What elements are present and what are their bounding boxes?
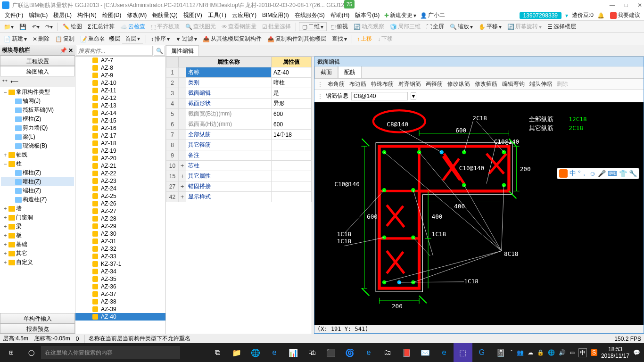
align-bar-button[interactable]: 对齐钢筋	[398, 80, 421, 88]
tree-node[interactable]: 现浇板(B)	[1, 141, 74, 150]
tree-node[interactable]: −柱	[1, 159, 74, 168]
user-button[interactable]: 👤广小二	[418, 11, 447, 19]
copy-to-button[interactable]: 📤复制构件到其他楼层	[265, 35, 328, 43]
property-row[interactable]: 42+显示样式	[166, 192, 312, 202]
taskview-icon[interactable]: ⧉	[208, 343, 227, 362]
property-row[interactable]: 8其它箍筋	[166, 140, 312, 150]
component-item[interactable]: AZ-25	[75, 192, 165, 200]
local-3d-button[interactable]: 🧊局部三维	[388, 23, 422, 31]
property-row[interactable]: 7全部纵筋14⏀18	[166, 130, 312, 140]
component-item[interactable]: AZ-22	[75, 170, 165, 177]
report-preview-button[interactable]: 报表预览	[0, 323, 75, 334]
tool-icon-2[interactable]: ⟵	[10, 78, 18, 85]
property-row[interactable]: 9备注	[166, 150, 312, 161]
app-icon-4[interactable]: 📊	[284, 343, 303, 362]
app-icon-13[interactable]: ⬚	[454, 343, 472, 362]
copy-button[interactable]: 📋复制	[53, 35, 76, 43]
floor-dropdown[interactable]: 首层 ▾	[122, 35, 143, 43]
ime-face-icon[interactable]: ☺	[589, 170, 596, 177]
minimize-button[interactable]: —	[610, 2, 615, 8]
property-row[interactable]: 10+芯柱	[166, 161, 312, 171]
tree-node[interactable]: 框柱(Z)	[1, 168, 74, 177]
app-icon-10[interactable]: 📕	[397, 343, 416, 362]
sort-button[interactable]: ↕排序 ▾	[149, 35, 172, 43]
app-icon-9[interactable]: 🗂	[378, 343, 397, 362]
phone-badge[interactable]: 13907298339	[520, 12, 561, 19]
ime-tool-icon[interactable]: 🔧	[629, 170, 637, 177]
move-up-button[interactable]: ↑上移	[355, 35, 374, 43]
component-item[interactable]: AZ-37	[75, 290, 165, 298]
tray-people-icon[interactable]: 👥	[517, 349, 524, 356]
single-input-button[interactable]: 单构件输入	[0, 313, 75, 323]
ime-skin-icon[interactable]: 👕	[619, 170, 627, 177]
tree-node[interactable]: 梁(L)	[1, 132, 74, 141]
section-tab-rebar[interactable]: 配筋	[338, 66, 362, 78]
component-item[interactable]: AZ-30	[75, 230, 165, 238]
new-change-button[interactable]: ✚新建变更 ▾	[382, 11, 418, 19]
ime-float-bar[interactable]: 中 °， ☺ 🎤 ⌨ 👕 🔧	[557, 168, 639, 179]
close-button[interactable]: ✕	[637, 2, 642, 8]
component-item[interactable]: AZ-23	[75, 177, 165, 185]
tree-node[interactable]: +门窗洞	[1, 213, 74, 222]
project-settings-button[interactable]: 工程设置	[0, 56, 75, 66]
find-button[interactable]: 查找 ▾	[330, 35, 349, 43]
draw-button[interactable]: ✏️绘图	[61, 23, 84, 31]
suggest-button[interactable]: 我要建议	[608, 11, 642, 19]
component-item[interactable]: AZ-12	[75, 94, 165, 102]
maximize-button[interactable]: □	[625, 2, 628, 8]
tree-node[interactable]: 端柱(Z)	[1, 186, 74, 195]
property-row[interactable]: 1名称AZ-40	[166, 67, 312, 78]
modify-long-button[interactable]: 修改纵筋	[447, 80, 470, 88]
app-icon-5[interactable]: 🛍	[303, 343, 322, 362]
rebar-info-input[interactable]	[351, 92, 408, 100]
component-item[interactable]: AZ-18	[75, 140, 165, 147]
corner-bar-button[interactable]: 布角筋	[328, 80, 345, 88]
cortana-icon[interactable]: ◯	[22, 343, 41, 362]
tree-node[interactable]: +轴线	[1, 150, 74, 159]
component-item[interactable]: AZ-13	[75, 102, 165, 109]
bell-icon[interactable]: 🔔	[597, 12, 604, 19]
component-item[interactable]: AZ-33	[75, 253, 165, 260]
delete-bar-button[interactable]: 删除	[557, 80, 568, 88]
tray-ime-icon[interactable]: 中	[578, 348, 587, 357]
component-list[interactable]: AZ-7AZ-8AZ-9AZ-10AZ-11AZ-12AZ-13AZ-14AZ-…	[75, 57, 165, 334]
view-rebar-button[interactable]: 👁查看钢筋量	[220, 23, 258, 31]
find-elem-button[interactable]: 🔍查找图元	[183, 23, 218, 31]
tree-node[interactable]: +自定义	[1, 258, 74, 267]
component-item[interactable]: AZ-39	[75, 305, 165, 313]
section-tab-section[interactable]: 截面	[314, 66, 338, 78]
menu-draw[interactable]: 绘图(D)	[99, 11, 124, 19]
move-down-button[interactable]: ↓下移	[376, 35, 395, 43]
tray-lock-icon[interactable]: 🔒	[537, 349, 544, 356]
component-item[interactable]: AZ-15	[75, 117, 165, 124]
tree-node[interactable]: 构造柱(Z)	[1, 195, 74, 204]
component-item[interactable]: AZ-16	[75, 124, 165, 132]
component-item[interactable]: AZ-24	[75, 185, 165, 192]
component-item[interactable]: AZ-26	[75, 200, 165, 207]
component-item[interactable]: KZ-37-1	[75, 260, 165, 268]
menu-file[interactable]: 文件(F)	[2, 11, 26, 19]
end-extend-button[interactable]: 端头伸缩	[529, 80, 552, 88]
menu-component[interactable]: 构件(N)	[74, 11, 99, 19]
search-input[interactable]	[76, 46, 153, 56]
tree-node[interactable]: 轴网(J)	[1, 97, 74, 106]
component-item[interactable]: AZ-8	[75, 64, 165, 72]
draw-stirrup-button[interactable]: 画箍筋	[426, 80, 443, 88]
property-row[interactable]: 6截面高(H边)(mm)600	[166, 119, 312, 130]
tree-node[interactable]: +板	[1, 231, 74, 240]
edge-bar-button[interactable]: 布边筋	[349, 80, 366, 88]
component-item[interactable]: AZ-7	[75, 57, 165, 64]
menu-cloud[interactable]: 云应用(Y)	[229, 11, 259, 19]
component-item[interactable]: AZ-28	[75, 215, 165, 222]
component-item[interactable]: AZ-31	[75, 238, 165, 245]
tray-battery-icon[interactable]: ▭	[570, 349, 575, 356]
component-item[interactable]: AZ-11	[75, 87, 165, 94]
tray-onedrive-icon[interactable]: ☁	[528, 349, 533, 356]
batch-select-button[interactable]: ☑批量选择	[260, 23, 293, 31]
property-edit-tab[interactable]: 属性编辑	[166, 45, 199, 56]
special-bar-button[interactable]: 特殊布筋	[371, 80, 394, 88]
tree-node[interactable]: 筏板基础(M)	[1, 106, 74, 115]
pan-button[interactable]: ✋平移 ▾	[477, 23, 504, 31]
menu-rebar[interactable]: 钢筋量(Q)	[149, 11, 180, 19]
redo-icon[interactable]: ↷▾	[43, 24, 55, 30]
